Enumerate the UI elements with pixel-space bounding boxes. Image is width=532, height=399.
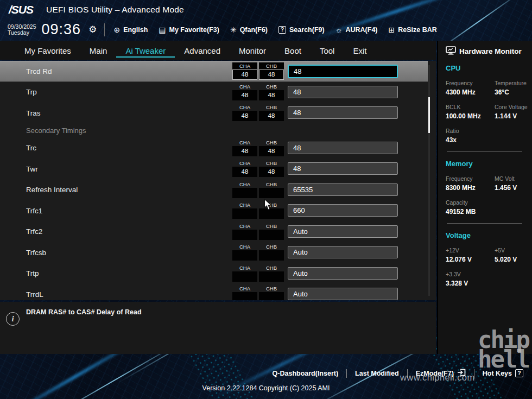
- info-icon: i: [6, 312, 20, 326]
- channel-b-chip: CHB: [259, 264, 284, 282]
- channel-a-value: [232, 250, 257, 261]
- channel-a-chip: CHA 48: [232, 62, 257, 80]
- setting-value-input[interactable]: 48: [288, 65, 398, 78]
- setting-value-input[interactable]: Auto: [288, 267, 398, 280]
- channel-b-value: [259, 292, 284, 300]
- footer-item-label: Q-Dashboard(Insert): [273, 370, 339, 377]
- quick-resize-bar[interactable]: ⊞ ReSize BAR: [389, 26, 437, 34]
- hw-metric-label: Frequency: [446, 175, 491, 182]
- setting-value-input[interactable]: Auto: [288, 288, 398, 300]
- setting-value-input[interactable]: 48: [288, 106, 398, 119]
- channel-chips: CHA CHB: [232, 243, 284, 261]
- channel-chips: CHA CHB: [232, 181, 284, 198]
- setting-value-input[interactable]: 48: [288, 86, 398, 98]
- quick-aura-f4[interactable]: ☼ AURA(F4): [335, 26, 378, 34]
- setting-value-input[interactable]: Auto: [288, 225, 398, 238]
- channel-a-label: CHA: [239, 139, 250, 146]
- main-column: My FavoritesMainAi TweakerAdvancedMonito…: [0, 41, 436, 354]
- hw-metric-temperature: Temperature 36°C: [495, 80, 532, 96]
- channel-chips: CHA 48 CHB 48: [232, 83, 284, 100]
- channel-a-label: CHA: [239, 62, 250, 69]
- globe-icon: ⊕: [113, 26, 120, 34]
- version-text: Version 2.22.1284 Copyright (C) 2025 AMI: [0, 384, 532, 392]
- setting-row-refresh-interval[interactable]: Refresh Interval CHA CHB 65535: [0, 180, 428, 201]
- tab-exit[interactable]: Exit: [344, 43, 376, 58]
- channel-b-chip: CHB: [259, 243, 284, 261]
- setting-value-input[interactable]: Auto: [288, 246, 398, 258]
- quick-qfan-f6[interactable]: ✳ Qfan(F6): [230, 26, 268, 34]
- channel-b-value: 48: [259, 167, 284, 177]
- hardware-monitor-title: Hardware Monitor: [459, 47, 522, 55]
- channel-b-label: CHB: [266, 243, 277, 250]
- setting-row-trtp[interactable]: Trtp CHA CHB Auto: [0, 263, 428, 284]
- footer-q-dashboard[interactable]: Q-Dashboard(Insert): [273, 370, 339, 377]
- channel-chips: CHA CHB: [232, 285, 284, 300]
- tab-advanced[interactable]: Advanced: [175, 43, 230, 58]
- setting-label: TrrdL: [26, 284, 43, 300]
- channel-a-label: CHA: [239, 243, 250, 250]
- page-title: UEFI BIOS Utility – Advanced Mode: [46, 5, 184, 15]
- channel-a-label: CHA: [239, 181, 250, 188]
- channel-b-value: 48: [259, 90, 284, 100]
- hw-metric-label: +5V: [495, 247, 529, 254]
- footer-last-modified[interactable]: Last Modified: [355, 370, 399, 377]
- channel-b-label: CHB: [266, 264, 277, 271]
- hw-metric-5v: +5V 5.020 V: [495, 247, 532, 263]
- channel-b-value: 48: [259, 146, 284, 156]
- setting-label: Trfc2: [26, 221, 42, 243]
- channel-a-value: [232, 292, 257, 300]
- fan-icon: ✳: [230, 26, 237, 34]
- setting-row-twr[interactable]: Twr CHA 48 CHB 48 48: [0, 159, 428, 180]
- footer-item-label: Last Modified: [355, 370, 399, 377]
- hardware-monitor-icon: [446, 46, 456, 56]
- hw-metric-label: Temperature: [495, 80, 529, 86]
- channel-b-label: CHB: [266, 223, 277, 230]
- help-text: DRAM RAS# to CAS# Delay of Read: [26, 308, 142, 316]
- bios-screen: /SUS UEFI BIOS Utility – Advanced Mode 0…: [0, 0, 532, 399]
- quick-search-f9[interactable]: ? Search(F9): [278, 26, 325, 34]
- channel-a-value: [232, 208, 257, 219]
- setting-row-trfc2[interactable]: Trfc2 CHA CHB Auto: [0, 221, 428, 243]
- quick-item-label: My Favorite(F3): [169, 26, 219, 34]
- tab-tool[interactable]: Tool: [311, 43, 344, 58]
- channel-chips: CHA 48 CHB 48: [232, 104, 284, 121]
- tab-my-favorites[interactable]: My Favorites: [15, 43, 80, 58]
- setting-row-trp[interactable]: Trp CHA 48 CHB 48 48: [0, 82, 428, 103]
- hw-metrics-grid: Frequency 8300 MHz MC Volt 1.456 V Capac…: [446, 175, 532, 223]
- setting-row-trfc1[interactable]: Trfc1 CHA CHB 660: [0, 200, 428, 221]
- channel-a-label: CHA: [239, 160, 250, 167]
- channel-b-value: [259, 230, 284, 240]
- tab-boot[interactable]: Boot: [275, 43, 311, 58]
- setting-row-trcd-rd[interactable]: Trcd Rd CHA 48 CHB 48 48: [0, 61, 428, 82]
- channel-b-chip: CHB 48: [259, 104, 284, 121]
- setting-row-trfcsb[interactable]: Trfcsb CHA CHB Auto: [0, 242, 428, 263]
- gear-icon[interactable]: ⚙: [88, 24, 97, 35]
- channel-chips: CHA 48 CHB 48: [232, 139, 284, 156]
- setting-value-input[interactable]: 48: [288, 142, 398, 154]
- setting-label: Trfcsb: [26, 242, 46, 263]
- setting-value-input[interactable]: 48: [288, 162, 398, 175]
- channel-a-chip: CHA: [232, 264, 257, 282]
- setting-row-tras[interactable]: Tras CHA 48 CHB 48 48: [0, 103, 428, 124]
- setting-row-trc[interactable]: Trc CHA 48 CHB 48 48: [0, 138, 428, 159]
- scrollbar-thumb[interactable]: [428, 97, 430, 133]
- mouse-cursor: [264, 199, 272, 213]
- quick-my-favorite-f3[interactable]: ▤ My Favorite(F3): [159, 26, 219, 34]
- tab-ai-tweaker[interactable]: Ai Tweaker: [116, 43, 175, 58]
- setting-row-trrdl[interactable]: TrrdL CHA CHB Auto: [0, 284, 428, 300]
- setting-value-input[interactable]: 65535: [288, 183, 398, 196]
- footer-separator: [346, 369, 347, 378]
- channel-a-value: 48: [232, 90, 257, 100]
- tab-main[interactable]: Main: [80, 43, 117, 58]
- channel-a-value: 48: [232, 69, 257, 80]
- channel-a-value: 48: [232, 167, 257, 177]
- tab-monitor[interactable]: Monitor: [230, 43, 275, 58]
- hw-metric-label: Frequency: [446, 80, 491, 86]
- hw-metric-label: BCLK: [446, 104, 491, 110]
- channel-a-chip: CHA: [232, 201, 257, 219]
- settings-panel: Trcd Rd CHA 48 CHB 48 48 Trp CHA 48 CHB …: [0, 61, 436, 300]
- setting-value-input[interactable]: 660: [288, 204, 398, 217]
- channel-b-value: [259, 271, 284, 282]
- setting-label: Trtp: [26, 263, 39, 284]
- quick-english[interactable]: ⊕ English: [113, 26, 148, 34]
